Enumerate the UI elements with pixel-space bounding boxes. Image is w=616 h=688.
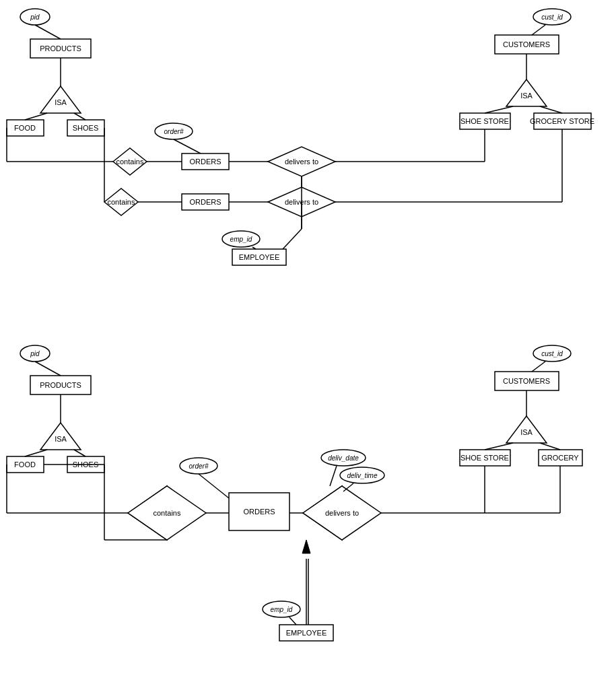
order-hash-attr-bottom: order# <box>189 462 209 470</box>
delivers-to-label-bottom: delivers to <box>325 509 359 517</box>
svg-line-4 <box>74 113 85 120</box>
svg-line-44 <box>330 466 337 486</box>
svg-line-36 <box>199 474 229 498</box>
food-label-top: FOOD <box>14 124 36 132</box>
pid-attr-bottom: pid <box>30 350 40 357</box>
customers-label-bottom: CUSTOMERS <box>503 377 550 385</box>
svg-line-19 <box>283 229 302 249</box>
svg-line-1 <box>35 25 61 39</box>
svg-line-34 <box>74 450 85 456</box>
order-hash-attr-top: order# <box>164 128 184 135</box>
svg-line-33 <box>25 450 47 456</box>
delivers-to1-label-top: delivers to <box>285 158 318 166</box>
customers-label-top: CUSTOMERS <box>503 40 550 48</box>
svg-line-6 <box>174 139 201 153</box>
orders2-label-top: ORDERS <box>189 198 221 206</box>
products-label-bottom: PRODUCTS <box>40 381 81 389</box>
isa-products-label-bottom: ISA <box>55 435 67 443</box>
cust-id-attr-bottom: cust_id <box>541 350 563 357</box>
cust-id-attr-top: cust_id <box>541 13 563 21</box>
employee-label-bottom: EMPLOYEE <box>286 629 327 637</box>
grocery-store-label-top: GROCERY STORE <box>530 117 594 125</box>
emp-id-attr-top: emp_id <box>230 236 252 243</box>
svg-line-22 <box>532 25 545 35</box>
pid-attr-top: pid <box>30 13 40 21</box>
deliv-time-attr: deliv_time <box>347 472 377 479</box>
contains2-label-top: contains <box>108 198 135 206</box>
shoes-label-top: SHOES <box>73 124 99 132</box>
orders1-label-top: ORDERS <box>189 158 221 166</box>
employee-label-top: EMPLOYEE <box>239 253 280 261</box>
svg-line-56 <box>540 443 560 450</box>
orders-label-bottom: ORDERS <box>243 508 275 516</box>
shoe-store-label-bottom: SHOE STORE <box>460 454 509 462</box>
contains-label-bottom: contains <box>153 509 181 517</box>
svg-line-31 <box>35 362 61 376</box>
isa-customers-label-bottom: ISA <box>520 428 533 436</box>
svg-line-24 <box>485 106 513 113</box>
isa-customers-label-top: ISA <box>520 92 533 100</box>
shoe-store-label-top: SHOE STORE <box>460 117 509 125</box>
svg-line-3 <box>25 113 47 120</box>
er-diagram: pid PRODUCTS ISA FOOD SHOES order# ORDER… <box>0 0 616 688</box>
products-label-top: PRODUCTS <box>40 44 81 53</box>
grocery-label-bottom: GROCERY <box>541 454 579 462</box>
emp-id-attr-bottom: emp_id <box>271 606 293 613</box>
svg-line-48 <box>289 617 296 625</box>
contains1-label-top: contains <box>116 158 144 166</box>
food-label-bottom: FOOD <box>14 460 36 469</box>
isa-products-label-top: ISA <box>55 98 67 106</box>
deliv-date-attr: deliv_date <box>328 454 359 462</box>
svg-marker-51 <box>302 540 310 553</box>
svg-line-53 <box>532 362 545 372</box>
svg-line-55 <box>485 443 513 450</box>
svg-line-25 <box>540 106 562 113</box>
